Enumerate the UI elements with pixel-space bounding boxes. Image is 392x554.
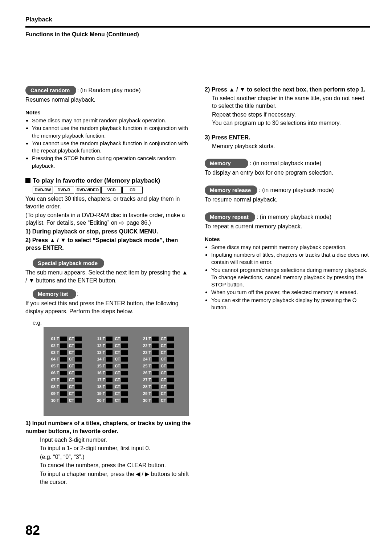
- page-subheading: Functions in the Quick Menu (Continued): [25, 31, 370, 38]
- memory-slot: 21TCT: [141, 336, 183, 342]
- memory-release-desc: To resume normal playback.: [205, 196, 370, 204]
- memory-slot: 16TCT: [95, 370, 138, 376]
- right-step2-line: You can program up to 30 selections into…: [212, 119, 370, 127]
- memory-slot: 02TCT: [49, 343, 91, 349]
- memory-step1-line: Input each 3-digit number.: [40, 436, 191, 444]
- memory-slot: 17TCT: [95, 377, 138, 383]
- section-title: Playback: [25, 16, 370, 23]
- right-step3-line: Memory playback starts.: [205, 142, 370, 150]
- note-item: Inputting numbers of titles, chapters or…: [211, 251, 370, 266]
- notes-title-left: Notes: [25, 109, 191, 116]
- disc-box: VCD: [101, 187, 122, 194]
- memory-slot: 19TCT: [95, 391, 138, 396]
- memory-step1-line: To input a 1- or 2-digit number, first i…: [40, 444, 191, 452]
- memory-repeat-suffix: : (in memory playback mode): [257, 213, 331, 221]
- memory-release-pill: Memory release: [205, 186, 257, 195]
- memory-pill-desc: To display an entry box for one program …: [205, 169, 370, 177]
- example-label: e.g.: [33, 319, 191, 326]
- disc-box: CD: [122, 187, 143, 194]
- memory-slot: 01TCT: [49, 336, 91, 342]
- memory-slot: 06TCT: [49, 370, 91, 376]
- memory-step1-line: (e.g. “0”, “0”, “3”.): [40, 453, 191, 461]
- memory-slot: 28TCT: [141, 384, 183, 390]
- memory-release-suffix: : (in memory playback mode): [259, 186, 334, 194]
- note-item: Some discs may not permit memory playbac…: [211, 244, 370, 251]
- note-item: Pressing the STOP button during operatio…: [32, 155, 191, 170]
- memory-slot: 27TCT: [141, 377, 183, 383]
- memory-step1-line: To cancel the numbers, press the CLEAR b…: [40, 461, 191, 469]
- left-column: Cancel random: (in Random play mode) Res…: [25, 85, 191, 486]
- cancel-random-suffix: : (in Random play mode): [77, 87, 140, 93]
- memory-slot: 23TCT: [141, 350, 183, 355]
- memory-col-2: 11TCT 12TCT 13TCT 14TCT 15TCT 16TCT 17TC…: [95, 336, 138, 403]
- note-item: When you turn off the power, the selecte…: [211, 289, 370, 296]
- memory-slot: 12TCT: [95, 343, 138, 349]
- memory-slot: 15TCT: [95, 363, 138, 369]
- page-ref-arrow-icon: [119, 219, 125, 224]
- disc-box: DVD-RW: [33, 187, 53, 194]
- memory-list-display: 01TCT 02TCT 03TCT 04TCT 05TCT 06TCT 07TC…: [44, 327, 189, 416]
- notes-title-right: Notes: [205, 236, 370, 243]
- page-number: 82: [25, 523, 40, 538]
- memory-col-1: 01TCT 02TCT 03TCT 04TCT 05TCT 06TCT 07TC…: [49, 336, 91, 403]
- note-item: You cannot program/change selections dur…: [211, 266, 370, 289]
- note-item: You cannot use the random playback funct…: [32, 140, 191, 155]
- memory-slot: 05TCT: [49, 363, 91, 369]
- square-bullet-icon: [25, 178, 30, 183]
- cancel-random-desc: Resumes normal playback.: [25, 96, 191, 104]
- memory-playback-heading: To play in favorite order (Memory playba…: [25, 177, 191, 185]
- memory-slot: 14TCT: [95, 357, 138, 362]
- memory-slot: 24TCT: [141, 357, 183, 362]
- memory-slot: 08TCT: [49, 384, 91, 390]
- note-item: You can exit the memory playback display…: [211, 297, 370, 311]
- memory-pill-suffix: : (in normal playback mode): [250, 159, 321, 167]
- disc-box: DVD-R: [54, 187, 74, 194]
- right-step3-bold: 3) Press ENTER.: [205, 134, 370, 142]
- memory-slot: 26TCT: [141, 370, 183, 376]
- memory-slot: 04TCT: [49, 357, 91, 362]
- memory-pill: Memory: [205, 159, 248, 168]
- memory-slot: 29TCT: [141, 391, 183, 396]
- topic-paragraph: (To play contents in a DVD-RAM disc in f…: [25, 211, 191, 227]
- special-playback-desc: The sub menu appears. Select the next it…: [25, 269, 191, 284]
- notes-list-left: Some discs may not permit random playbac…: [25, 117, 191, 170]
- memory-slot: 10TCT: [49, 398, 91, 403]
- right-column: 2) Press ▲ / ▼ to select the next box, t…: [205, 85, 370, 486]
- memory-slot: 25TCT: [141, 363, 183, 369]
- disc-box: DVD-VIDEO: [75, 187, 101, 194]
- memory-repeat-pill: Memory repeat: [205, 212, 255, 222]
- memory-step1-line: To input a chapter number, press the ◀ /…: [40, 470, 191, 486]
- memory-list-pill: Memory list: [33, 289, 76, 299]
- memory-slot: 30TCT: [141, 398, 183, 403]
- memory-slot: 13TCT: [95, 350, 138, 355]
- note-item: You cannot use the random playback funct…: [32, 125, 191, 139]
- right-step2-line: To select another chapter in the same ti…: [212, 94, 370, 110]
- memory-slot: 18TCT: [95, 384, 138, 390]
- memory-list-desc: If you select this and press the ENTER b…: [25, 300, 191, 315]
- memory-slot: 11TCT: [95, 336, 138, 342]
- step-1: 1) During playback or stop, press QUICK …: [25, 228, 191, 236]
- memory-col-3: 21TCT 22TCT 23TCT 24TCT 25TCT 26TCT 27TC…: [141, 336, 183, 403]
- topic-paragraph: You can select 30 titles, chapters, or t…: [25, 195, 191, 211]
- memory-slot: 07TCT: [49, 377, 91, 383]
- note-item: Some discs may not permit random playbac…: [32, 117, 191, 124]
- disc-compatibility-row: DVD-RW DVD-R DVD-VIDEO VCD CD: [33, 187, 191, 194]
- memory-repeat-desc: To repeat a current memory playback.: [205, 223, 370, 231]
- step-2: 2) Press ▲ / ▼ to select “Special playba…: [25, 236, 191, 252]
- memory-slot: 09TCT: [49, 391, 91, 396]
- cancel-random-pill: Cancel random: [25, 86, 76, 95]
- memory-slot: 20TCT: [95, 398, 138, 403]
- right-step2-line: Repeat these steps if necessary.: [212, 111, 370, 119]
- special-playback-pill: Special playback mode: [33, 258, 104, 268]
- header-rule: [25, 26, 370, 28]
- notes-list-right: Some discs may not permit memory playbac…: [205, 244, 370, 311]
- memory-step1-bold: 1) Input numbers of a titles, chapters, …: [25, 419, 191, 435]
- right-step2-bold: 2) Press ▲ / ▼ to select the next box, t…: [205, 86, 370, 94]
- memory-slot: 03TCT: [49, 350, 91, 355]
- memory-slot: 22TCT: [141, 343, 183, 349]
- memory-list-colon: :: [77, 291, 78, 297]
